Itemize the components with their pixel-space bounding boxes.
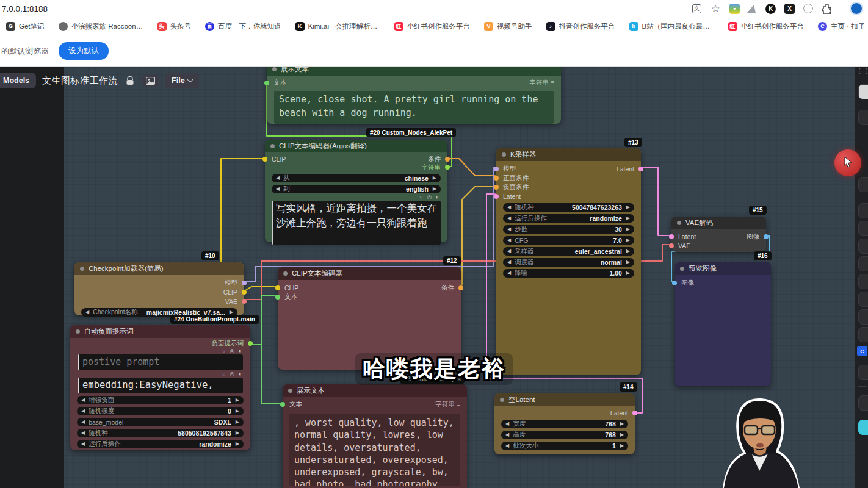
node-show-text-top[interactable]: 展示文本 文本 字符串 ≡ Scene, close shot. A prett… — [267, 63, 561, 124]
increment-arrow[interactable]: ▶ — [626, 260, 630, 265]
bookmark-item[interactable]: 百 百度一下，你就知道 — [205, 22, 281, 31]
sidebar-button[interactable] — [858, 395, 868, 411]
widget-seed[interactable]: ◀ 随机种 50047847623263 ▶ — [503, 203, 634, 212]
node-header[interactable]: CLIP文本编码器(Argos翻译) — [265, 140, 447, 152]
sidebar-button[interactable] — [858, 110, 868, 125]
widget-enhance-negative[interactable]: ◀ 增强负面 1 ▶ — [77, 396, 244, 404]
decrement-arrow[interactable]: ◀ — [276, 176, 280, 181]
decrement-arrow[interactable]: ◀ — [505, 432, 509, 437]
widget-from[interactable]: ◀ 从 chinese ▶ — [272, 174, 441, 182]
decrement-arrow[interactable]: ◀ — [507, 260, 511, 265]
extension-x-icon[interactable]: X — [784, 4, 795, 14]
decrement-arrow[interactable]: ◀ — [85, 310, 89, 315]
node-header[interactable]: 展示文本 — [283, 384, 467, 397]
sidebar-button[interactable] — [858, 177, 868, 192]
output-port-image[interactable] — [764, 234, 769, 239]
sidebar-c-badge[interactable]: C — [857, 346, 867, 356]
node-ksampler[interactable]: K采样器 模型 Latent 正面条件 负面条件 Latent ◀ 随机种 50… — [496, 148, 641, 375]
decrement-arrow[interactable]: ◀ — [81, 409, 85, 414]
input-port-negative[interactable] — [494, 185, 499, 190]
output-port-string[interactable] — [445, 165, 450, 170]
increment-arrow[interactable]: ▶ — [236, 431, 239, 436]
output-port-conditioning[interactable] — [445, 157, 450, 162]
node-header[interactable]: 预览图像 — [675, 262, 771, 275]
widget-control-after-generate[interactable]: ◀ 运行后操作 randomize ▶ — [77, 440, 244, 448]
input-port-image[interactable] — [672, 281, 677, 285]
decrement-arrow[interactable]: ◀ — [507, 227, 511, 232]
node-header[interactable]: Checkpoint加载器(简易) — [74, 262, 244, 275]
increment-arrow[interactable]: ▶ — [433, 176, 436, 181]
widget-width[interactable]: ◀ 宽度 768 ▶ — [501, 420, 628, 428]
widget-batch-size[interactable]: ◀ 批次大小 1 ▶ — [501, 442, 628, 450]
bookmark-item[interactable]: G Get笔记 — [6, 22, 45, 31]
text-display[interactable]: Scene, close shot. A pretty girl running… — [274, 91, 554, 124]
prompt-textarea[interactable]: 写实风格，近距离拍摄，一个美女在沙滩上奔跑，旁边有一只狗跟着跑 — [272, 201, 441, 245]
lock-icon[interactable] — [124, 75, 136, 86]
widget-cfg[interactable]: ◀ CFG 7.0 ▶ — [503, 236, 634, 245]
extensions-puzzle-icon[interactable] — [822, 4, 832, 14]
increment-arrow[interactable]: ▶ — [230, 310, 233, 315]
decrement-arrow[interactable]: ◀ — [507, 238, 511, 243]
increment-arrow[interactable]: ▶ — [236, 398, 239, 403]
sidebar-button[interactable] — [858, 309, 868, 325]
sidebar-run-button[interactable] — [858, 420, 868, 435]
bookmark-item[interactable]: C 主页 · 扣子 — [818, 22, 865, 31]
output-port-model[interactable] — [242, 281, 247, 285]
increment-arrow[interactable]: ▶ — [626, 238, 630, 243]
record-button[interactable] — [834, 149, 861, 176]
textarea-controls[interactable]: ○ ◎ ◐ — [265, 193, 447, 201]
node-empty-latent[interactable]: 空Latent Latent ◀ 宽度 768 ▶ ◀ 高度 768 ▶ ◀ 批… — [494, 393, 635, 454]
input-port-model[interactable] — [494, 167, 499, 171]
increment-arrow[interactable]: ▶ — [620, 422, 624, 426]
output-port-latent[interactable] — [638, 167, 643, 171]
increment-arrow[interactable]: ▶ — [626, 249, 630, 254]
node-header[interactable]: VAE解码 — [671, 217, 766, 229]
decrement-arrow[interactable]: ◀ — [81, 431, 85, 436]
increment-arrow[interactable]: ▶ — [236, 420, 239, 425]
textarea-controls[interactable]: ○ ◎ ◐ — [70, 348, 250, 354]
node-checkpoint-loader[interactable]: Checkpoint加载器(简易) 模型 CLIP VAE ◀ Checkpoi… — [74, 262, 244, 315]
node-vae-decode[interactable]: VAE解码 Latent 图像 VAE — [671, 217, 766, 252]
widget-to[interactable]: ◀ 到 english ▶ — [272, 185, 441, 193]
decrement-arrow[interactable]: ◀ — [505, 422, 509, 426]
input-port-text[interactable] — [264, 81, 269, 85]
text-display[interactable]: , worst quality, low quality, normal qua… — [289, 414, 460, 486]
drag-handle-icon[interactable]: ⋮⋮ — [856, 70, 868, 72]
address-bar[interactable]: 7.0.0.1:8188 文 ☆ ▼ K X — [0, 0, 868, 17]
decrement-arrow[interactable]: ◀ — [81, 442, 85, 447]
node-header[interactable]: K采样器 — [496, 148, 641, 161]
increment-arrow[interactable]: ▶ — [626, 216, 630, 221]
node-show-text-bottom[interactable]: 展示文本 文本 字符串 ≡ , worst quality, low quali… — [283, 384, 467, 488]
bookmark-item[interactable]: b B站（国内最良心最大的... — [629, 22, 714, 31]
output-port-vae[interactable] — [242, 299, 247, 304]
decrement-arrow[interactable]: ◀ — [507, 271, 511, 276]
widget-sampler[interactable]: ◀ 采样器 euler_ancestral ▶ — [503, 247, 634, 256]
input-port-vae[interactable] — [669, 243, 674, 248]
increment-arrow[interactable]: ▶ — [236, 409, 239, 414]
input-port-clip[interactable] — [262, 157, 267, 162]
widget-random-strength[interactable]: ◀ 随机强度 0 ▶ — [77, 407, 244, 415]
decrement-arrow[interactable]: ◀ — [505, 443, 509, 448]
sidebar-button[interactable] — [858, 274, 868, 289]
decrement-arrow[interactable]: ◀ — [507, 249, 511, 254]
node-header[interactable]: 自动负面提示词 — [70, 325, 250, 338]
extension-circle-icon[interactable] — [803, 4, 813, 13]
sidebar-button[interactable] — [858, 221, 868, 236]
input-port-latent[interactable] — [669, 234, 674, 239]
input-port-clip[interactable] — [275, 285, 280, 290]
output-port-negative-prompt[interactable] — [248, 341, 253, 346]
node-clip-encode-argos[interactable]: CLIP文本编码器(Argos翻译) CLIP 条件 字符串 ◀ 从 chine… — [265, 140, 447, 242]
increment-arrow[interactable]: ▶ — [433, 187, 436, 192]
negative-embedding-field[interactable]: embedding:EasyNegative, — [78, 378, 243, 393]
bookmark-item[interactable]: 红 小红书创作服务平台 — [728, 22, 805, 31]
widget-scheduler[interactable]: ◀ 调度器 normal ▶ — [503, 258, 634, 267]
widget-control-after-generate[interactable]: ◀ 运行后操作 randomize ▶ — [503, 214, 634, 223]
widget-base-model[interactable]: ◀ base_model SDXL ▶ — [77, 418, 244, 426]
bookmark-item[interactable]: 头 头条号 — [157, 22, 192, 31]
input-port-latent[interactable] — [494, 194, 499, 199]
increment-arrow[interactable]: ▶ — [626, 205, 630, 210]
positive-prompt-field[interactable]: postive_prompt — [78, 354, 243, 370]
decrement-arrow[interactable]: ◀ — [81, 398, 85, 403]
sidebar-button[interactable] — [858, 239, 868, 254]
image-icon[interactable] — [142, 74, 159, 87]
